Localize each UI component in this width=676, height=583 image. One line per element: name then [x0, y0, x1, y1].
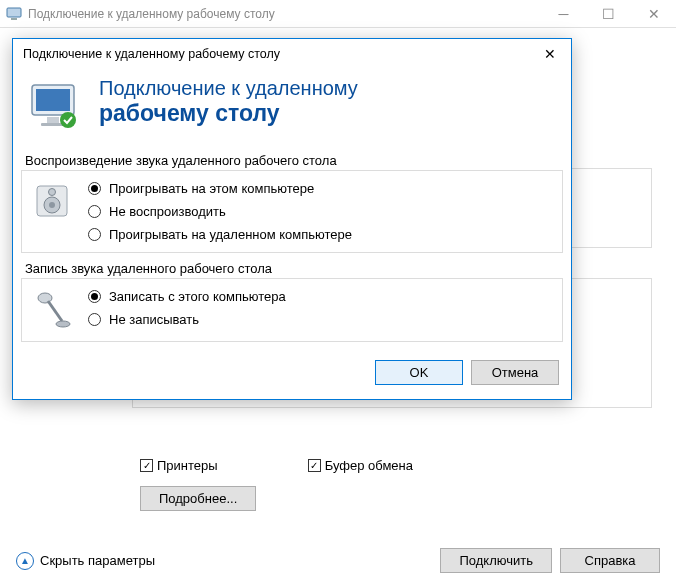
svg-rect-4 — [47, 117, 59, 123]
chevron-up-icon: ▲ — [16, 552, 34, 570]
dialog-footer: OK Отмена — [13, 348, 571, 399]
svg-rect-0 — [7, 8, 21, 17]
minimize-icon[interactable]: ─ — [541, 0, 586, 27]
svg-point-9 — [49, 202, 55, 208]
audio-record-group: Запись звука удаленного рабочего стола З… — [21, 259, 563, 342]
ok-button[interactable]: OK — [375, 360, 463, 385]
audio-playback-group-title: Воспроизведение звука удаленного рабочег… — [21, 151, 563, 170]
banner-line1: Подключение к удаленному — [99, 77, 358, 100]
radio-icon — [88, 228, 101, 241]
connect-button[interactable]: Подключить — [440, 548, 552, 573]
record-local-radio[interactable]: Записать с этого компьютера — [88, 289, 286, 304]
banner-line2: рабочему столу — [99, 100, 358, 127]
radio-icon — [88, 205, 101, 218]
radio-icon — [88, 313, 101, 326]
rdp-app-icon — [6, 6, 22, 22]
audio-playback-group: Воспроизведение звука удаленного рабочег… — [21, 151, 563, 253]
collapse-options-link[interactable]: ▲ Скрыть параметры — [16, 552, 155, 570]
checkbox-checked-icon: ✓ — [140, 459, 153, 472]
maximize-icon[interactable]: ☐ — [586, 0, 631, 27]
printers-checkbox-label: Принтеры — [157, 458, 218, 473]
clipboard-checkbox-label: Буфер обмена — [325, 458, 413, 473]
playback-local-label: Проигрывать на этом компьютере — [109, 181, 314, 196]
record-none-label: Не записывать — [109, 312, 199, 327]
speaker-icon — [30, 179, 74, 223]
cancel-button[interactable]: Отмена — [471, 360, 559, 385]
microphone-icon — [30, 287, 74, 331]
monitor-icon — [27, 79, 83, 135]
record-local-label: Записать с этого компьютера — [109, 289, 286, 304]
playback-none-label: Не воспроизводить — [109, 204, 226, 219]
audio-settings-dialog: Подключение к удаленному рабочему столу … — [12, 38, 572, 400]
more-button[interactable]: Подробнее... — [140, 486, 256, 511]
svg-point-6 — [60, 112, 76, 128]
clipboard-checkbox[interactable]: ✓ Буфер обмена — [308, 458, 413, 473]
printers-checkbox[interactable]: ✓ Принтеры — [140, 458, 218, 473]
parent-window-title: Подключение к удаленному рабочему столу — [28, 7, 541, 21]
svg-rect-1 — [11, 18, 17, 20]
dialog-close-button[interactable]: ✕ — [535, 42, 565, 66]
playback-remote-label: Проигрывать на удаленном компьютере — [109, 227, 352, 242]
playback-local-radio[interactable]: Проигрывать на этом компьютере — [88, 181, 352, 196]
radio-selected-icon — [88, 182, 101, 195]
collapse-options-label: Скрыть параметры — [40, 553, 155, 568]
parent-titlebar: Подключение к удаленному рабочему столу … — [0, 0, 676, 28]
dialog-titlebar: Подключение к удаленному рабочему столу … — [13, 39, 571, 69]
radio-selected-icon — [88, 290, 101, 303]
svg-rect-3 — [36, 89, 70, 111]
record-none-radio[interactable]: Не записывать — [88, 312, 286, 327]
playback-none-radio[interactable]: Не воспроизводить — [88, 204, 352, 219]
dialog-banner: Подключение к удаленному рабочему столу — [13, 69, 571, 151]
dialog-title: Подключение к удаленному рабочему столу — [23, 47, 535, 61]
svg-point-12 — [56, 321, 70, 327]
playback-remote-radio[interactable]: Проигрывать на удаленном компьютере — [88, 227, 352, 242]
close-icon[interactable]: ✕ — [631, 0, 676, 27]
checkbox-checked-icon: ✓ — [308, 459, 321, 472]
audio-record-group-title: Запись звука удаленного рабочего стола — [21, 259, 563, 278]
svg-point-10 — [49, 189, 56, 196]
help-button[interactable]: Справка — [560, 548, 660, 573]
